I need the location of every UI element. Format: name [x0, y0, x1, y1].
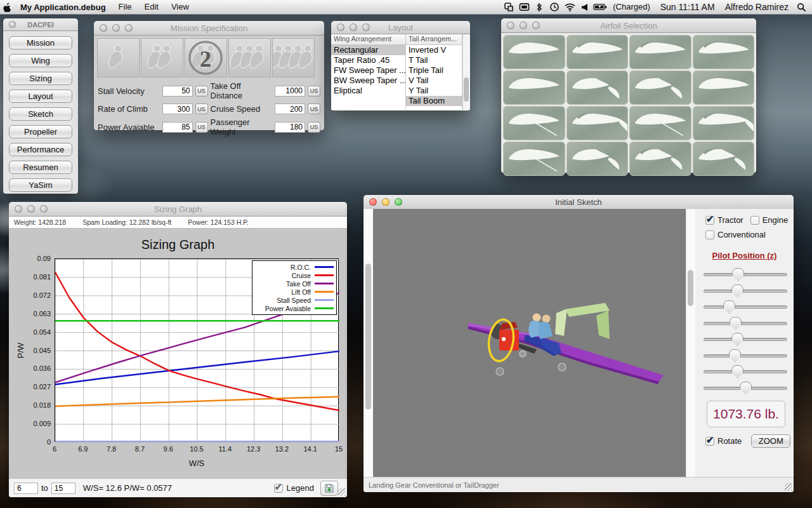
- minimize-button[interactable]: [27, 205, 35, 213]
- display-icon[interactable]: [517, 0, 531, 14]
- wifi-icon[interactable]: [563, 0, 577, 14]
- unit-button[interactable]: US: [195, 122, 208, 133]
- close-button[interactable]: [15, 205, 22, 213]
- zoom-button[interactable]: [362, 23, 370, 31]
- occupant-tile-3[interactable]: 2: [185, 38, 227, 77]
- palette-button-propeller[interactable]: Propeller: [9, 125, 72, 138]
- unit-button[interactable]: US: [308, 86, 320, 97]
- pilot-position-slider-4[interactable]: [704, 316, 787, 330]
- list-item[interactable]: Tail Boom: [406, 96, 462, 106]
- airfoil-option-8[interactable]: [693, 70, 755, 105]
- airfoil-option-9[interactable]: [503, 106, 565, 140]
- time-machine-icon[interactable]: [547, 0, 561, 14]
- airfoil-option-4[interactable]: [693, 35, 755, 69]
- occupant-tile-1[interactable]: [97, 38, 140, 77]
- layout-titlebar[interactable]: Layout: [331, 21, 470, 34]
- unit-button[interactable]: US: [195, 86, 208, 97]
- close-button[interactable]: [369, 198, 377, 206]
- airfoil-option-15[interactable]: [629, 142, 691, 176]
- sync-icon[interactable]: [502, 0, 516, 14]
- slider-thumb[interactable]: [731, 284, 743, 298]
- pilot-position-slider-1[interactable]: [704, 267, 787, 281]
- volume-icon[interactable]: [578, 0, 592, 14]
- palette-button-layout[interactable]: Layout: [9, 90, 72, 103]
- unit-button[interactable]: US: [308, 122, 320, 133]
- slider-track[interactable]: [704, 338, 787, 341]
- list-item[interactable]: V Tail: [406, 76, 462, 86]
- field-input[interactable]: [275, 104, 305, 114]
- airfoil-option-11[interactable]: [629, 106, 691, 140]
- zoom-button[interactable]: [40, 205, 48, 213]
- slider-thumb[interactable]: [731, 333, 743, 346]
- airfoil-option-14[interactable]: [566, 142, 629, 176]
- conventional-checkbox[interactable]: [705, 231, 714, 239]
- close-button[interactable]: [507, 22, 514, 29]
- zoom-button[interactable]: [125, 24, 133, 32]
- airfoil-option-13[interactable]: [503, 142, 565, 176]
- menu-edit[interactable]: Edit: [138, 0, 165, 14]
- slider-track[interactable]: [704, 370, 787, 373]
- minimize-button[interactable]: [112, 24, 120, 32]
- tractor-checkbox[interactable]: [705, 216, 714, 225]
- palette-button-performance[interactable]: Performance: [9, 143, 72, 156]
- save-chart-button[interactable]: [320, 481, 338, 496]
- spotlight-icon[interactable]: [794, 0, 808, 14]
- close-button[interactable]: [9, 21, 16, 28]
- occupant-tile-5[interactable]: [272, 38, 315, 77]
- sizing-titlebar[interactable]: Sizing Graph: [9, 202, 347, 217]
- field-input[interactable]: [162, 104, 193, 114]
- active-app-name[interactable]: My Application.debug: [14, 3, 112, 12]
- airfoil-option-3[interactable]: [629, 35, 691, 69]
- list-item[interactable]: Inverted V: [406, 45, 462, 55]
- legend-checkbox[interactable]: [274, 484, 283, 493]
- bluetooth-icon[interactable]: [532, 0, 546, 14]
- user-menu[interactable]: Alfredo Ramirez: [721, 0, 793, 14]
- scrollbar-thumb[interactable]: [464, 77, 469, 102]
- column-header[interactable]: Wing Arrangement: [331, 34, 405, 45]
- palette-button-sketch[interactable]: Sketch: [9, 107, 72, 121]
- scrollbar-thumb[interactable]: [688, 270, 693, 306]
- minimize-button[interactable]: [520, 22, 527, 29]
- list-item[interactable]: Taper Ratio .45: [331, 55, 405, 65]
- field-input[interactable]: [275, 86, 305, 97]
- slider-thumb[interactable]: [730, 317, 742, 330]
- slider-thumb[interactable]: [729, 349, 741, 363]
- sketch-3d-view[interactable]: [373, 209, 686, 478]
- list-item[interactable]: Rectangular: [331, 45, 405, 55]
- apple-menu[interactable]: [0, 0, 14, 14]
- slider-thumb[interactable]: [732, 268, 744, 281]
- field-input[interactable]: [162, 122, 193, 133]
- airfoil-option-2[interactable]: [566, 35, 629, 69]
- list-item[interactable]: Eliptical: [331, 86, 405, 96]
- slider-track[interactable]: [704, 305, 787, 309]
- list-scrollbar[interactable]: [462, 34, 470, 110]
- battery-icon[interactable]: [593, 0, 607, 14]
- slider-track[interactable]: [704, 322, 787, 325]
- canvas-right-scrollbar[interactable]: [686, 209, 695, 478]
- zoom-button[interactable]: [532, 22, 540, 29]
- pilot-position-slider-5[interactable]: [704, 332, 787, 346]
- pilot-position-slider-7[interactable]: [704, 364, 787, 378]
- menu-view[interactable]: View: [165, 0, 195, 14]
- sketch-titlebar[interactable]: Initial Sketch: [363, 195, 794, 210]
- mission-titlebar[interactable]: Mission Specification: [94, 21, 324, 36]
- close-button[interactable]: [337, 23, 344, 31]
- slider-track[interactable]: [704, 354, 787, 358]
- pilot-position-slider-8[interactable]: [704, 381, 787, 395]
- rotate-checkbox[interactable]: [705, 437, 714, 446]
- airfoil-option-5[interactable]: [503, 70, 565, 105]
- airfoil-titlebar[interactable]: Airfoil Selection: [501, 18, 756, 33]
- list-item[interactable]: T Tail: [406, 55, 462, 65]
- pilot-position-slider-3[interactable]: [704, 300, 787, 314]
- occupant-tile-2[interactable]: [141, 38, 183, 77]
- slider-thumb[interactable]: [723, 300, 735, 314]
- pilot-position-slider-6[interactable]: [704, 349, 787, 363]
- palette-button-wing[interactable]: Wing: [9, 54, 72, 67]
- airfoil-option-1[interactable]: [503, 35, 565, 69]
- minimize-button[interactable]: [350, 23, 357, 31]
- zoom-button[interactable]: [395, 198, 402, 206]
- resize-grip[interactable]: [338, 488, 346, 496]
- list-item[interactable]: BW Sweep Taper ...: [331, 76, 405, 86]
- palette-button-mission[interactable]: Mission: [9, 36, 72, 50]
- field-input[interactable]: [162, 86, 193, 97]
